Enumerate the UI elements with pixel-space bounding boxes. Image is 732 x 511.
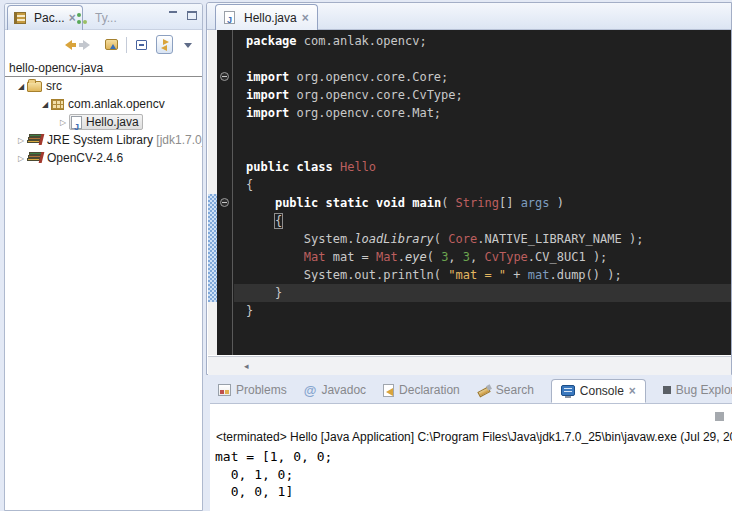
editor-body: package com.anlak.opencv;import org.open… xyxy=(208,30,731,355)
forward-icon[interactable] xyxy=(80,35,97,54)
tree-item-label: OpenCV-2.4.6 xyxy=(47,151,123,165)
code-line[interactable]: { xyxy=(246,176,731,194)
tree-item-label: src xyxy=(46,79,62,93)
toolbar-separator xyxy=(126,37,127,53)
tab-type-hierarchy[interactable]: Ty... xyxy=(69,5,123,30)
tab-javadoc[interactable]: Javadoc xyxy=(304,383,366,398)
back-icon[interactable] xyxy=(57,35,74,54)
tree-item-decorator: [jdk1.7.0_25] xyxy=(156,133,202,147)
bottom-view-panel: ProblemsJavadocDeclarationSearchConsoleB… xyxy=(210,377,732,511)
tab-label: Console xyxy=(580,384,624,398)
javadoc-icon xyxy=(304,383,317,398)
library-icon xyxy=(27,152,43,165)
code-line[interactable]: { xyxy=(246,212,731,230)
scroll-left-icon[interactable] xyxy=(244,361,249,371)
code-line[interactable]: import org.opencv.core.Core; xyxy=(246,68,731,86)
up-icon[interactable] xyxy=(103,35,120,54)
view-menu-icon[interactable] xyxy=(179,35,196,54)
code-line[interactable] xyxy=(246,50,731,68)
collapse-arrow-icon[interactable]: ◢ xyxy=(15,78,27,95)
fold-collapse-icon[interactable] xyxy=(220,198,229,207)
project-tree: hello-opencv-java◢src◢com.anlak.opencv▷H… xyxy=(5,59,202,510)
code-line[interactable]: public class Hello xyxy=(246,158,731,176)
maximize-icon[interactable] xyxy=(187,11,197,20)
code-area[interactable]: package com.anlak.opencv;import org.open… xyxy=(234,30,731,355)
code-line[interactable] xyxy=(246,140,731,158)
fold-collapse-icon[interactable] xyxy=(220,72,229,81)
tab-console[interactable]: Console xyxy=(551,379,646,403)
tree-item-opencv-2-4-6[interactable]: ▷OpenCV-2.4.6 xyxy=(5,149,202,167)
bug-icon xyxy=(663,386,671,394)
collapse-arrow-icon[interactable]: ◢ xyxy=(39,96,51,113)
tab-problems[interactable]: Problems xyxy=(218,383,287,397)
minimize-icon[interactable] xyxy=(168,11,179,20)
editor-area: Hello.java package com.anlak.opencv;impo… xyxy=(206,2,732,375)
package-explorer-panel: Pac... Ty... hello-opencv-java◢src◢com.a… xyxy=(4,3,203,511)
code-line[interactable]: package com.anlak.opencv; xyxy=(246,32,731,50)
range-indicator xyxy=(208,194,217,302)
tab-package-explorer-label: Pac... xyxy=(34,11,65,25)
package-explorer-icon xyxy=(14,12,26,24)
tab-label: Javadoc xyxy=(321,383,366,397)
java-file-icon xyxy=(224,11,235,24)
tab-search[interactable]: Search xyxy=(477,383,534,397)
console-view: <terminated> Hello [Java Application] C:… xyxy=(210,404,732,511)
tree-item-hello-java[interactable]: ▷Hello.java xyxy=(5,113,202,131)
tab-hello-java[interactable]: Hello.java xyxy=(215,4,318,30)
type-hierarchy-icon xyxy=(75,12,87,24)
console-toolbar-icon[interactable] xyxy=(715,412,724,421)
console-output[interactable]: mat = [1, 0, 0; 0, 1, 0; 0, 0, 1] xyxy=(215,448,332,501)
code-line[interactable]: System.loadLibrary( Core.NATIVE_LIBRARY_… xyxy=(246,230,731,248)
tab-label: Bug Explorer xyxy=(676,383,732,397)
folder-icon xyxy=(27,81,42,92)
problems-icon xyxy=(218,384,231,396)
close-icon[interactable] xyxy=(629,384,636,398)
tab-label: Declaration xyxy=(399,383,460,397)
code-line[interactable] xyxy=(246,122,731,140)
expand-arrow-icon[interactable]: ▷ xyxy=(57,114,69,131)
java-file-icon xyxy=(71,116,82,129)
package-icon xyxy=(51,99,64,110)
editor-tab-label: Hello.java xyxy=(244,11,297,25)
tab-bug-explorer[interactable]: Bug Explorer xyxy=(663,383,732,397)
tab-declaration[interactable]: Declaration xyxy=(383,383,460,397)
fold-ruler[interactable] xyxy=(217,30,233,355)
tab-label: Search xyxy=(496,383,534,397)
editor-tabbar: Hello.java xyxy=(207,3,731,30)
library-icon xyxy=(27,134,43,147)
expand-arrow-icon[interactable]: ▷ xyxy=(15,150,27,167)
tree-item-label: hello-opencv-java xyxy=(9,61,103,75)
package-explorer-toolbar xyxy=(5,32,202,57)
tree-item-jre-system-library[interactable]: ▷JRE System Library [jdk1.7.0_25] xyxy=(5,131,202,149)
console-icon xyxy=(561,385,575,396)
tree-item-hello-opencv-java[interactable]: hello-opencv-java xyxy=(5,59,202,77)
annotation-ruler[interactable] xyxy=(208,30,217,355)
link-with-editor-icon[interactable] xyxy=(156,35,173,54)
horizontal-scrollbar[interactable] xyxy=(208,356,731,375)
code-line[interactable]: } xyxy=(246,302,731,320)
close-icon[interactable] xyxy=(302,11,309,25)
collapse-all-icon[interactable] xyxy=(133,35,150,54)
tree-item-src[interactable]: ◢src xyxy=(5,77,202,95)
expand-arrow-icon[interactable]: ▷ xyxy=(15,132,27,149)
tab-type-hierarchy-label: Ty... xyxy=(95,11,117,25)
tree-item-label: com.anlak.opencv xyxy=(68,97,165,111)
code-line[interactable]: System.out.println( "mat = " + mat.dump(… xyxy=(246,266,731,284)
code-line[interactable]: Mat mat = Mat.eye( 3, 3, CvType.CV_8UC1 … xyxy=(246,248,731,266)
bottom-tabbar: ProblemsJavadocDeclarationSearchConsoleB… xyxy=(210,377,732,404)
code-line[interactable]: public static void main( String[] args ) xyxy=(246,194,731,212)
package-explorer-header: Pac... Ty... xyxy=(5,4,202,30)
console-status-line: <terminated> Hello [Java Application] C:… xyxy=(216,430,732,444)
tree-item-label: Hello.java xyxy=(86,115,139,129)
search-icon xyxy=(477,384,491,397)
selected-tree-item: Hello.java xyxy=(69,114,143,130)
code-line[interactable]: import org.opencv.core.Mat; xyxy=(246,104,731,122)
tab-label: Problems xyxy=(236,383,287,397)
code-line[interactable]: } xyxy=(234,284,731,302)
tree-item-label: JRE System Library xyxy=(47,133,156,147)
declaration-icon xyxy=(383,384,394,397)
code-line[interactable]: import org.opencv.core.CvType; xyxy=(246,86,731,104)
tree-item-com-anlak-opencv[interactable]: ◢com.anlak.opencv xyxy=(5,95,202,113)
